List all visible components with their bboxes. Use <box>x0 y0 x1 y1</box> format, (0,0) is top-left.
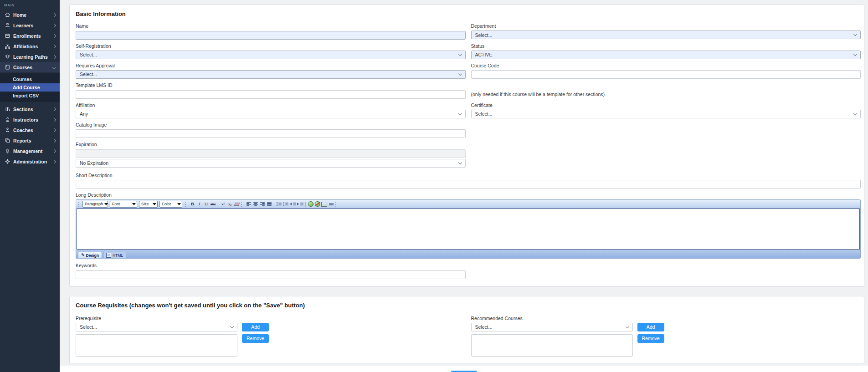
recommended-courses-label: Recommended Courses <box>471 316 861 321</box>
indent-button[interactable] <box>297 201 303 207</box>
sidebar-item-affiliations[interactable]: Affiliations <box>0 41 60 51</box>
expiration-date-input[interactable] <box>76 149 466 158</box>
indent-icon <box>297 203 303 206</box>
insert-link-button[interactable] <box>308 201 313 207</box>
catalog-image-field-group: Catalog Image <box>76 122 466 138</box>
insert-image-button[interactable] <box>321 201 327 207</box>
department-select[interactable]: Select... <box>471 31 861 39</box>
select-caret-icon <box>458 52 462 56</box>
chevron-right-icon <box>52 13 56 16</box>
sidebar-item-coaches[interactable]: Coaches <box>0 125 60 135</box>
self-registration-select[interactable]: Select... <box>76 51 466 59</box>
long-description-label: Long Description <box>76 193 861 198</box>
certificate-select[interactable]: Select... <box>471 110 861 118</box>
requires-approval-select[interactable]: Select... <box>76 70 466 79</box>
sidebar-item-learners[interactable]: Learners <box>0 20 60 31</box>
sidebar-item-reports[interactable]: Reports <box>0 135 60 146</box>
recommended-add-button[interactable]: Add <box>637 323 664 331</box>
status-select[interactable]: ACTIVE <box>471 51 861 59</box>
prerequisite-select[interactable]: Select... <box>76 323 237 331</box>
dropdown-caret-icon <box>104 203 108 205</box>
unordered-list-button[interactable] <box>283 201 289 207</box>
toolbar-grip-handle[interactable] <box>335 202 338 207</box>
recommended-courses-select[interactable]: Select... <box>471 323 633 331</box>
course-code-label: Course Code <box>471 63 861 68</box>
main-content: Basic Information Name Department Select… <box>60 0 868 372</box>
name-label: Name <box>76 24 466 29</box>
chevron-right-icon <box>52 138 56 142</box>
sidebar-item-management[interactable]: Management <box>0 146 60 156</box>
ordered-list-button[interactable] <box>276 201 282 207</box>
recommended-courses-listbox[interactable] <box>471 334 633 357</box>
certificate-label: Certificate <box>471 103 861 108</box>
expiration-mode-value: No Expiration <box>80 160 108 166</box>
submenu-item-courses[interactable]: Courses <box>0 75 60 83</box>
outdent-button[interactable] <box>290 201 296 207</box>
color-dropdown-label: Color <box>162 202 171 206</box>
sidebar-item-courses[interactable]: Courses <box>0 62 60 72</box>
affiliations-icon <box>4 43 10 50</box>
horizontal-rule-button[interactable] <box>328 201 334 207</box>
italic-button[interactable]: I <box>196 201 202 207</box>
sidebar-item-administration[interactable]: Administration <box>0 156 60 167</box>
tab-design[interactable]: ✎ Design <box>78 252 102 258</box>
long-description-field-group: Long Description Paragraph Font Size Col… <box>76 193 861 259</box>
select-caret-icon <box>853 111 857 115</box>
prerequisite-add-button[interactable]: Add <box>242 323 269 331</box>
learners-icon <box>4 22 10 29</box>
prerequisite-remove-button[interactable]: Remove <box>242 334 269 343</box>
sidebar-item-label: Learners <box>13 23 53 28</box>
catalog-image-label: Catalog Image <box>76 122 466 127</box>
align-justify-button[interactable] <box>266 201 272 207</box>
bold-button[interactable]: B <box>190 201 195 207</box>
expiration-field-group: Expiration No Expiration <box>76 142 466 168</box>
eraser-icon <box>234 203 240 206</box>
editor-content-area[interactable] <box>77 209 860 250</box>
sidebar-item-sections[interactable]: Sections <box>0 104 60 114</box>
tab-html[interactable]: <> HTML <box>103 252 126 258</box>
subscript-button[interactable]: x₂ <box>227 201 233 207</box>
strikethrough-button[interactable]: abc <box>210 201 216 207</box>
toolbar-grip-handle[interactable] <box>185 202 187 207</box>
sidebar-item-label: Reports <box>13 138 53 143</box>
align-center-button[interactable] <box>252 201 258 207</box>
status-field-group: Status ACTIVE <box>471 44 861 59</box>
sidebar-item-home[interactable]: Home <box>0 10 60 20</box>
sidebar-item-learning-paths[interactable]: Learning Paths <box>0 51 60 62</box>
keywords-input[interactable] <box>76 270 466 279</box>
expiration-mode-select[interactable]: No Expiration <box>76 159 466 168</box>
toolbar-grip-handle[interactable] <box>78 202 81 207</box>
template-lms-id-input[interactable] <box>76 90 466 99</box>
self-registration-select-value: Select... <box>80 52 97 57</box>
sidebar: MAIN Home Learners Enrollments Affiliati… <box>0 0 60 372</box>
submenu-item-import-csv[interactable]: Import CSV <box>0 92 60 100</box>
html-doc-icon: <> <box>106 253 111 258</box>
save-button[interactable]: Save <box>451 371 477 372</box>
sidebar-item-label: Management <box>13 148 53 154</box>
sidebar-item-instructors[interactable]: Instructors <box>0 114 60 125</box>
affiliation-select[interactable]: Any <box>76 110 466 118</box>
paragraph-style-dropdown[interactable]: Paragraph <box>82 201 108 208</box>
recommended-remove-button[interactable]: Remove <box>637 334 664 343</box>
font-color-dropdown[interactable]: Color <box>159 201 182 208</box>
editor-toolbar: Paragraph Font Size Color B I U abc <box>76 200 860 209</box>
font-size-dropdown[interactable]: Size <box>139 201 158 208</box>
remove-format-button[interactable] <box>234 201 240 207</box>
prerequisite-listbox[interactable] <box>76 334 237 357</box>
status-label: Status <box>471 44 861 49</box>
align-right-button[interactable] <box>259 201 265 207</box>
name-input[interactable] <box>76 31 466 40</box>
remove-link-button[interactable] <box>314 201 320 207</box>
coaches-icon <box>4 127 10 133</box>
underline-button[interactable]: U <box>203 201 209 207</box>
align-left-button[interactable] <box>246 201 252 207</box>
submenu-item-add-course[interactable]: Add Course <box>0 83 60 92</box>
course-code-input[interactable] <box>471 70 861 79</box>
short-description-input[interactable] <box>76 180 861 189</box>
chevron-right-icon <box>52 107 56 111</box>
font-name-dropdown[interactable]: Font <box>110 201 137 208</box>
superscript-button[interactable]: x² <box>220 201 226 207</box>
toolbar-grip-handle[interactable] <box>241 202 243 207</box>
catalog-image-input[interactable] <box>76 129 466 138</box>
sidebar-item-enrollments[interactable]: Enrollments <box>0 31 60 41</box>
